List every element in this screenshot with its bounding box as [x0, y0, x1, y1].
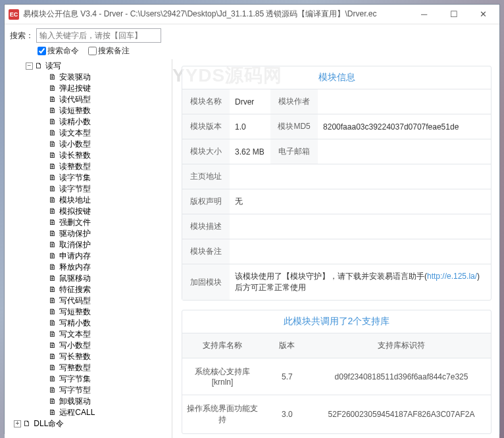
tree-item[interactable]: 🗎 写精小数 — [7, 318, 172, 329]
value-desc — [230, 214, 491, 239]
tree-item[interactable]: 🗎 写小数型 — [7, 340, 172, 351]
label-copyright: 版权声明 — [182, 189, 230, 214]
value-remark — [230, 239, 491, 264]
minimize-button[interactable]: ─ — [409, 5, 439, 24]
tree-item[interactable]: 🗎 读长整数 — [7, 150, 172, 161]
tree-item[interactable]: 🗎 取消保护 — [7, 239, 172, 251]
app-window: EC 易模块公开信息 V3.4 - Drver - C:\Users\29427… — [4, 4, 500, 434]
tree-node-dll[interactable]: +🗋 DLL命令 — [7, 418, 172, 429]
value-homepage — [230, 164, 491, 189]
tree-item[interactable]: 🗎 读短整数 — [7, 105, 172, 116]
detail-panel: YYDS源码网 模块信息 模块名称 Drver 模块作者 模块版本 1.0 — [172, 59, 499, 438]
col-libver: 版本 — [263, 333, 312, 358]
toolbar: 搜索： 搜索命令 搜索备注 — [5, 24, 499, 59]
search-label: 搜索： — [10, 30, 34, 41]
label-size: 模块大小 — [182, 139, 230, 164]
label-version: 模块版本 — [182, 114, 230, 139]
window-title: 易模块公开信息 V3.4 - Drver - C:\Users\29427\De… — [23, 9, 409, 20]
tree-item[interactable]: 🗎 卸载驱动 — [7, 396, 172, 407]
tree-item[interactable]: 🗎 读小数型 — [7, 139, 172, 150]
tree-item[interactable]: 🗎 读字节集 — [7, 172, 172, 183]
col-libname: 支持库名称 — [182, 333, 263, 358]
tree-item[interactable]: 🗎 远程CALL — [7, 407, 172, 418]
tree-item[interactable]: 🗎 读精小数 — [7, 116, 172, 128]
value-harden: 该模块使用了【模块守护】，请下载并安装易语言助手(http://e.125.la… — [230, 264, 491, 301]
tree-item[interactable]: 🗎 驱动保护 — [7, 228, 172, 239]
table-row: 操作系统界面功能支持 3.0 52F260023059454187AF826A3… — [182, 395, 491, 434]
tree-item[interactable]: 🗎 读代码型 — [7, 94, 172, 105]
label-md5: 模块MD5 — [270, 114, 318, 139]
tree-item[interactable]: 🗎 写字节型 — [7, 385, 172, 396]
module-info-panel: 模块信息 模块名称 Drver 模块作者 模块版本 1.0 模块MD5 8 — [182, 66, 491, 301]
search-remark-checkbox[interactable]: 搜索备注 — [88, 45, 130, 57]
tree-item[interactable]: 🗎 特征搜索 — [7, 284, 172, 295]
tree-node-root[interactable]: −🗋 读写 — [7, 61, 172, 72]
tree-item[interactable]: 🗎 鼠驱移动 — [7, 273, 172, 284]
label-name: 模块名称 — [182, 89, 230, 114]
tree-item[interactable]: 🗎 强删文件 — [7, 217, 172, 228]
panel-title: 模块信息 — [182, 66, 491, 89]
value-version: 1.0 — [230, 114, 270, 139]
tree-item[interactable]: 🗎 申请内存 — [7, 251, 172, 262]
label-email: 电子邮箱 — [270, 139, 318, 164]
close-button[interactable]: ✕ — [468, 5, 498, 24]
tree-item[interactable]: 🗎 释放内存 — [7, 262, 172, 273]
tree-item[interactable]: 🗎 写文本型 — [7, 329, 172, 340]
tree-item[interactable]: 🗎 写短整数 — [7, 306, 172, 318]
tree-item[interactable]: 🗎 写代码型 — [7, 295, 172, 306]
panel-title: 此模块共调用了2个支持库 — [182, 310, 491, 333]
tree-item[interactable]: 🗎 写整数型 — [7, 362, 172, 374]
search-cmd-checkbox[interactable]: 搜索命令 — [38, 45, 79, 57]
tree-item[interactable]: 🗎 读整数型 — [7, 161, 172, 172]
maximize-button[interactable]: ☐ — [439, 5, 468, 24]
tree-item[interactable]: 🗎 安装驱动 — [7, 72, 172, 83]
value-copyright: 无 — [230, 189, 491, 214]
value-email — [318, 139, 491, 164]
helper-link[interactable]: http://e.125.la/ — [427, 272, 477, 281]
label-homepage: 主页地址 — [182, 164, 230, 189]
value-size: 3.62 MB — [230, 139, 270, 164]
search-input[interactable] — [36, 28, 161, 43]
table-row: 系统核心支持库[krnln] 5.7 d09f2340818511d396f6a… — [182, 358, 491, 395]
col-libid: 支持库标识符 — [312, 333, 491, 358]
tree-panel: −🗋 读写🗎 安装驱动🗎 弹起按键🗎 读代码型🗎 读短整数🗎 读精小数🗎 读文本… — [5, 59, 172, 438]
value-md5: 8200faaa03c39224037d0707feae51de — [318, 114, 491, 139]
value-author — [318, 89, 491, 114]
tree-item[interactable]: 🗎 弹起按键 — [7, 83, 172, 94]
label-desc: 模块描述 — [182, 214, 230, 239]
titlebar: EC 易模块公开信息 V3.4 - Drver - C:\Users\29427… — [5, 5, 499, 24]
label-harden: 加固模块 — [182, 264, 230, 301]
value-name: Drver — [230, 89, 270, 114]
app-icon: EC — [9, 9, 19, 20]
tree-item[interactable]: 🗎 读文本型 — [7, 128, 172, 139]
tree-item[interactable]: 🗎 模拟按键 — [7, 206, 172, 217]
tree-item[interactable]: 🗎 读字节型 — [7, 183, 172, 195]
label-author: 模块作者 — [270, 89, 318, 114]
label-remark: 模块备注 — [182, 239, 230, 264]
tree-item[interactable]: 🗎 模块地址 — [7, 195, 172, 206]
tree-item[interactable]: 🗎 写长整数 — [7, 351, 172, 362]
support-lib-panel: 此模块共调用了2个支持库 支持库名称 版本 支持库标识符 系统核心支持库[krn… — [182, 310, 491, 434]
tree-item[interactable]: 🗎 写字节集 — [7, 374, 172, 385]
